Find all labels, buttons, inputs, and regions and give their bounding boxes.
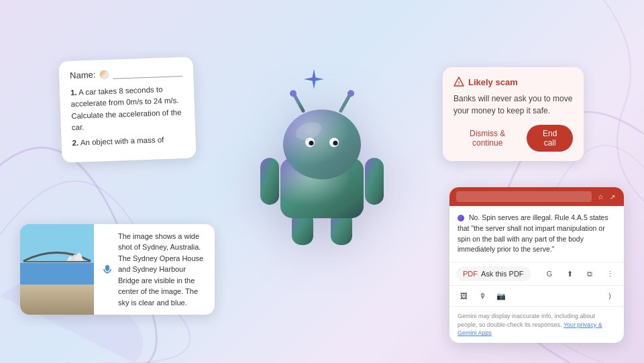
copy-icon[interactable]: ⧉ — [582, 266, 597, 281]
android-mascot — [248, 81, 396, 255]
ask-pdf-label: Ask this PDF — [481, 270, 524, 278]
browser-toolbar: PDF Ask this PDF G ⬆ ⧉ ⋮ — [449, 262, 624, 286]
warning-icon: ! — [453, 76, 464, 87]
more-icon[interactable]: ⋮ — [602, 266, 617, 281]
image-icon[interactable]: 🖼 — [456, 289, 471, 303]
name-row: Name: — [70, 66, 182, 81]
name-underline — [113, 67, 182, 79]
scam-title: Likely scam — [468, 77, 518, 87]
svg-point-15 — [333, 140, 338, 145]
share-toolbar-icon[interactable]: ⬆ — [562, 266, 577, 281]
browser-toolbar-2: 🖼 🎙 📷 ⟩ — [449, 286, 624, 307]
browser-icons: ☆ ↗ — [596, 192, 617, 201]
dismiss-button[interactable]: Dismiss & continue — [453, 126, 521, 150]
svg-rect-19 — [20, 263, 94, 284]
svg-rect-0 — [260, 158, 279, 205]
scam-header: ! Likely scam — [453, 76, 573, 87]
svg-line-8 — [294, 94, 303, 111]
browser-url-bar — [456, 191, 592, 202]
ask-pdf-button[interactable]: PDF Ask this PDF — [456, 266, 531, 281]
browser-top-bar: ☆ ↗ — [449, 187, 624, 206]
svg-rect-1 — [365, 158, 384, 205]
name-label: Name: — [70, 70, 96, 81]
svg-point-9 — [290, 90, 297, 97]
scam-alert-card: ! Likely scam Banks will never ask you t… — [443, 67, 584, 161]
camera-icon[interactable]: 📷 — [494, 289, 508, 303]
svg-text:!: ! — [458, 80, 460, 86]
star-icon[interactable]: ☆ — [596, 192, 605, 201]
browser-footer: Gemini may display inaccurate info, incl… — [449, 307, 624, 343]
scam-body: Banks will never ask you to move your mo… — [453, 93, 573, 117]
forward-icon[interactable]: ⟩ — [602, 289, 617, 303]
browser-content: No. Spin serves are illegal. Rule 4.A.5 … — [449, 206, 624, 262]
gemini-dot-icon — [458, 215, 464, 221]
browser-text: No. Spin serves are illegal. Rule 4.A.5 … — [458, 213, 608, 253]
browser-card: ☆ ↗ No. Spin serves are illegal. Rule 4.… — [449, 187, 624, 343]
svg-line-10 — [341, 94, 350, 111]
scam-actions: Dismiss & continue End call — [453, 125, 573, 152]
end-call-button[interactable]: End call — [527, 125, 573, 152]
svg-point-11 — [347, 90, 354, 97]
svg-point-14 — [309, 140, 314, 145]
pdf-icon: PDF — [463, 270, 478, 278]
question-2: 2. An object with a mass of — [72, 134, 184, 149]
mic-toolbar-icon[interactable]: 🎙 — [475, 289, 490, 303]
sydney-text: The image shows a wide shot of Sydney, A… — [118, 231, 207, 309]
mic-icon — [102, 264, 113, 274]
share-icon[interactable]: ↗ — [608, 192, 617, 201]
svg-point-7 — [283, 109, 361, 179]
svg-rect-20 — [23, 261, 91, 262]
sydney-card: The image shows a wide shot of Sydney, A… — [20, 224, 215, 315]
google-icon[interactable]: G — [542, 266, 557, 281]
gemini-star-icon — [302, 67, 326, 94]
question-1: 1. A car takes 8 seconds to accelerate f… — [70, 83, 184, 134]
color-indicator — [99, 69, 109, 79]
sydney-description: The image shows a wide shot of Sydney, A… — [94, 224, 215, 315]
worksheet-card: Name: 1. A car takes 8 seconds to accele… — [58, 57, 196, 163]
sydney-image — [20, 224, 94, 315]
svg-rect-21 — [105, 265, 109, 271]
